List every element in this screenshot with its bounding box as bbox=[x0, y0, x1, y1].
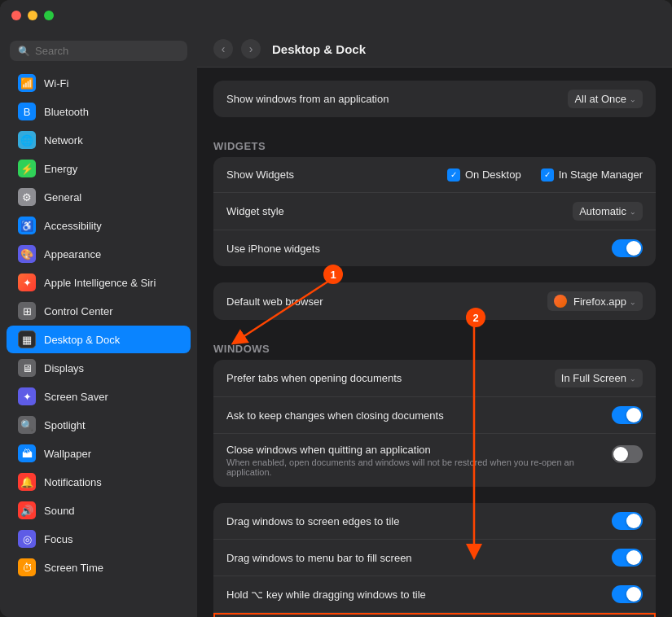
widget-style-label: Widget style bbox=[226, 205, 563, 217]
in-stage-manager-checkbox[interactable]: ✓ bbox=[541, 168, 554, 182]
close-windows-row: Close windows when quitting an applicati… bbox=[213, 434, 656, 487]
sidebar-label-sound: Sound bbox=[44, 505, 75, 517]
sidebar-item-screen-time[interactable]: ⏱Screen Time bbox=[7, 554, 191, 581]
tiled-margins-row: Tiled windows have margins bbox=[213, 613, 656, 617]
sidebar-item-accessibility[interactable]: ♿Accessibility bbox=[7, 212, 191, 239]
close-button[interactable] bbox=[11, 11, 21, 20]
search-box[interactable]: 🔍 bbox=[10, 41, 187, 61]
sidebar-label-accessibility: Accessibility bbox=[44, 220, 102, 232]
prefer-tabs-dropdown[interactable]: In Full Screen bbox=[555, 369, 643, 387]
sidebar-item-displays[interactable]: 🖥Displays bbox=[7, 354, 191, 382]
widget-style-row: Widget style Automatic bbox=[213, 193, 656, 230]
close-windows-sublabel: When enabled, open documents and windows… bbox=[226, 457, 602, 477]
default-browser-dropdown[interactable]: Firefox.app bbox=[547, 291, 643, 311]
sidebar-label-screen-saver: Screen Saver bbox=[44, 391, 108, 403]
drag-edges-label: Drag windows to screen edges to tile bbox=[226, 515, 602, 527]
apple-intelligence-icon: ✦ bbox=[18, 273, 36, 291]
ask-keep-label: Ask to keep changes when closing documen… bbox=[226, 409, 602, 422]
hold-option-toggle[interactable] bbox=[612, 585, 643, 603]
back-button[interactable]: ‹ bbox=[213, 39, 233, 59]
widgets-group: Show Widgets ✓ On Desktop ✓ In Stage Man… bbox=[213, 157, 656, 266]
ask-keep-row: Ask to keep changes when closing documen… bbox=[213, 397, 656, 434]
close-windows-toggle-knob bbox=[613, 447, 628, 462]
sidebar-item-general[interactable]: ⚙General bbox=[7, 183, 191, 211]
sidebar-item-desktop-dock[interactable]: ▦Desktop & Dock bbox=[7, 326, 191, 353]
hold-option-toggle-knob bbox=[626, 587, 641, 602]
main-content-panel: ‹ › Desktop & Dock Show windows from an … bbox=[197, 31, 672, 617]
sound-icon: 🔊 bbox=[18, 501, 36, 519]
search-icon: 🔍 bbox=[18, 46, 30, 57]
show-widgets-row: Show Widgets ✓ On Desktop ✓ In Stage Man… bbox=[213, 157, 656, 193]
sidebar-label-general: General bbox=[44, 191, 81, 203]
hold-option-label: Hold ⌥ key while dragging windows to til… bbox=[226, 589, 602, 601]
sidebar-item-appearance[interactable]: 🎨Appearance bbox=[7, 240, 191, 268]
sidebar-item-spotlight[interactable]: 🔍Spotlight bbox=[7, 411, 191, 439]
show-windows-label: Show windows from an application bbox=[226, 93, 558, 105]
widgets-section-label: Widgets bbox=[213, 133, 656, 157]
annotation-badge-2: 2 bbox=[466, 308, 485, 327]
sidebar-label-network: Network bbox=[44, 134, 83, 147]
sidebar-items-list: 📶Wi-FiBBluetooth🌐Network⚡Energy⚙General♿… bbox=[0, 69, 197, 581]
main-header: ‹ › Desktop & Dock bbox=[197, 31, 672, 68]
default-browser-value: Firefox.app bbox=[573, 295, 626, 308]
default-browser-row: Default web browser Firefox.app bbox=[213, 282, 656, 320]
iphone-widgets-toggle-knob bbox=[626, 241, 641, 256]
iphone-widgets-toggle[interactable] bbox=[612, 239, 643, 257]
on-desktop-label: On Desktop bbox=[465, 168, 521, 181]
show-widgets-label: Show Widgets bbox=[226, 168, 437, 181]
hold-option-row: Hold ⌥ key while dragging windows to til… bbox=[213, 576, 656, 613]
sidebar-item-wifi[interactable]: 📶Wi-Fi bbox=[7, 69, 191, 97]
widget-style-dropdown[interactable]: Automatic bbox=[573, 202, 643, 221]
sidebar-label-wallpaper: Wallpaper bbox=[44, 448, 91, 460]
sidebar-label-bluetooth: Bluetooth bbox=[44, 106, 89, 118]
ask-keep-toggle[interactable] bbox=[612, 406, 643, 424]
sidebar-item-sound[interactable]: 🔊Sound bbox=[7, 497, 191, 524]
drag-menubar-toggle[interactable] bbox=[612, 549, 643, 567]
wifi-icon: 📶 bbox=[18, 74, 36, 92]
drag-edges-toggle-knob bbox=[626, 514, 641, 528]
wallpaper-icon: 🏔 bbox=[18, 444, 36, 462]
search-input[interactable] bbox=[35, 45, 179, 57]
show-windows-dropdown[interactable]: All at Once bbox=[568, 90, 643, 108]
sidebar-item-apple-intelligence[interactable]: ✦Apple Intelligence & Siri bbox=[7, 269, 191, 296]
titlebar bbox=[0, 0, 672, 31]
drag-edges-toggle[interactable] bbox=[612, 512, 643, 530]
sidebar-item-focus[interactable]: ◎Focus bbox=[7, 525, 191, 553]
forward-button[interactable]: › bbox=[241, 39, 261, 59]
iphone-widgets-label: Use iPhone widgets bbox=[226, 243, 602, 255]
firefox-icon bbox=[554, 295, 567, 308]
content-area: 🔍 📶Wi-FiBBluetooth🌐Network⚡Energy⚙Genera… bbox=[0, 31, 672, 617]
ask-keep-toggle-knob bbox=[626, 408, 641, 422]
sidebar-item-wallpaper[interactable]: 🏔Wallpaper bbox=[7, 440, 191, 467]
page-title: Desktop & Dock bbox=[272, 42, 366, 56]
sidebar-label-screen-time: Screen Time bbox=[44, 562, 103, 574]
sidebar-item-energy[interactable]: ⚡Energy bbox=[7, 155, 191, 182]
notifications-icon: 🔔 bbox=[18, 473, 36, 491]
close-windows-label-container: Close windows when quitting an applicati… bbox=[226, 444, 602, 477]
sidebar: 🔍 📶Wi-FiBBluetooth🌐Network⚡Energy⚙Genera… bbox=[0, 31, 197, 617]
maximize-button[interactable] bbox=[44, 11, 54, 20]
show-windows-row: Show windows from an application All at … bbox=[213, 81, 656, 117]
settings-body: Show windows from an application All at … bbox=[197, 68, 672, 617]
sidebar-label-appearance: Appearance bbox=[44, 248, 101, 260]
screen-saver-icon: ✦ bbox=[18, 387, 36, 405]
sidebar-item-control-center[interactable]: ⊞Control Center bbox=[7, 297, 191, 325]
sidebar-item-screen-saver[interactable]: ✦Screen Saver bbox=[7, 383, 191, 410]
in-stage-manager-label: In Stage Manager bbox=[559, 168, 643, 181]
sidebar-item-bluetooth[interactable]: BBluetooth bbox=[7, 98, 191, 125]
appearance-icon: 🎨 bbox=[18, 245, 36, 263]
sidebar-item-network[interactable]: 🌐Network bbox=[7, 126, 191, 154]
sidebar-item-notifications[interactable]: 🔔Notifications bbox=[7, 468, 191, 496]
prefer-tabs-label: Prefer tabs when opening documents bbox=[226, 372, 545, 384]
sidebar-label-notifications: Notifications bbox=[44, 476, 102, 488]
iphone-widgets-row: Use iPhone widgets bbox=[213, 230, 656, 266]
show-windows-group: Show windows from an application All at … bbox=[213, 81, 656, 117]
drag-menubar-row: Drag windows to menu bar to fill screen bbox=[213, 540, 656, 576]
on-desktop-checkbox[interactable]: ✓ bbox=[447, 168, 460, 182]
prefer-tabs-row: Prefer tabs when opening documents In Fu… bbox=[213, 360, 656, 397]
sidebar-label-spotlight: Spotlight bbox=[44, 419, 86, 431]
drag-menubar-label: Drag windows to menu bar to fill screen bbox=[226, 552, 602, 564]
close-windows-toggle[interactable] bbox=[612, 445, 643, 463]
screen-time-icon: ⏱ bbox=[18, 558, 36, 576]
minimize-button[interactable] bbox=[28, 11, 37, 20]
